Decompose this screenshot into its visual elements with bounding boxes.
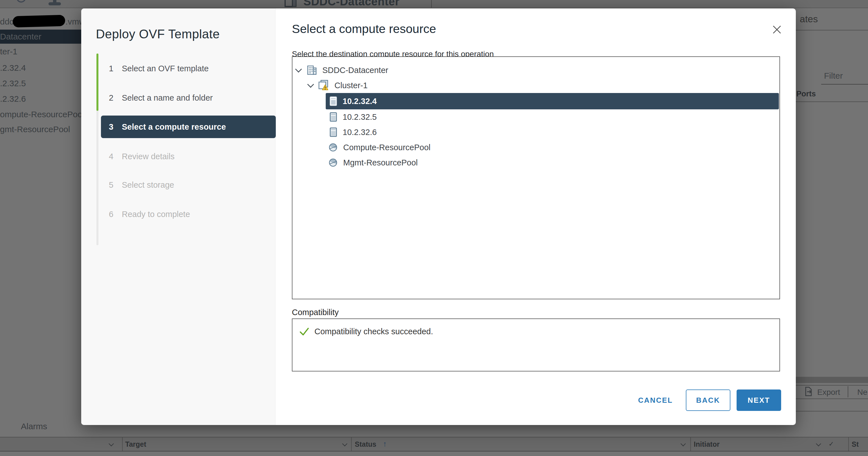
chevron-down-icon[interactable]	[307, 81, 314, 88]
success-check-icon	[299, 327, 309, 336]
wizard-steps-panel: Deploy OVF Template 1 Select an OVF temp…	[81, 8, 276, 425]
deploy-ovf-dialog: Deploy OVF Template 1 Select an OVF temp…	[81, 8, 796, 425]
back-button[interactable]: BACK	[686, 390, 731, 411]
wizard-progress-completed	[96, 54, 98, 111]
tree-row-cluster[interactable]: Cluster-1	[292, 78, 779, 93]
tree-row-host-selected[interactable]: 10.2.32.4	[326, 93, 779, 109]
wizard-step-2[interactable]: 2 Select a name and folder	[101, 92, 213, 103]
wizard-step-6: 6 Ready to complete	[101, 208, 190, 220]
resource-pool-icon	[329, 143, 338, 152]
compatibility-box: Compatibility checks succeeded.	[292, 319, 780, 371]
cluster-warning-icon	[317, 80, 329, 91]
wizard-title: Deploy OVF Template	[96, 27, 220, 41]
tree-row-datacenter[interactable]: SDDC-Datacenter	[292, 63, 779, 78]
wizard-step-5: 5 Select storage	[101, 179, 174, 191]
wizard-step-4: 4 Review details	[101, 151, 175, 162]
wizard-step-1[interactable]: 1 Select an OVF template	[101, 63, 209, 74]
compatibility-message: Compatibility checks succeeded.	[314, 327, 433, 336]
tree-row-resource-pool[interactable]: Mgmt-ResourcePool	[292, 155, 779, 170]
chevron-down-icon[interactable]	[295, 66, 302, 72]
compatibility-label: Compatibility	[292, 308, 339, 317]
host-icon	[330, 127, 337, 137]
wizard-content-panel: Select a compute resource Select the des…	[276, 8, 796, 425]
compute-resource-tree: SDDC-Datacenter Cluster-1	[292, 56, 780, 299]
tree-row-host[interactable]: 10.2.32.5	[292, 109, 779, 125]
next-button[interactable]: NEXT	[737, 390, 781, 411]
host-icon	[330, 112, 337, 122]
wizard-step-3-active[interactable]: 3 Select a compute resource	[101, 116, 276, 138]
datacenter-icon	[307, 65, 317, 75]
wizard-actions: CANCEL BACK NEXT	[638, 390, 781, 411]
resource-pool-icon	[329, 158, 338, 167]
wizard-progress-track	[96, 54, 98, 245]
tree-row-host[interactable]: 10.2.32.6	[292, 125, 779, 140]
close-icon[interactable]	[772, 24, 782, 35]
host-icon	[330, 96, 337, 106]
cancel-button[interactable]: CANCEL	[638, 396, 673, 405]
page-title: Select a compute resource	[292, 22, 436, 36]
tree-row-resource-pool[interactable]: Compute-ResourcePool	[292, 140, 779, 155]
